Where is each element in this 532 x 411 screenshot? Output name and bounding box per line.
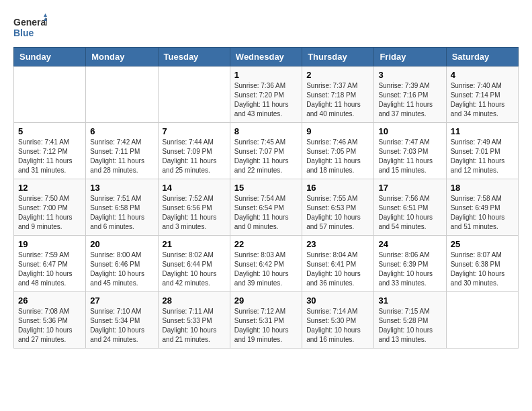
logo-svg: General Blue bbox=[13, 13, 47, 40]
day-number: 27 bbox=[90, 295, 153, 306]
day-number: 4 bbox=[451, 70, 514, 80]
day-cell: 5Sunrise: 7:41 AM Sunset: 7:12 PM Daylig… bbox=[14, 123, 86, 179]
day-info: Sunrise: 7:51 AM Sunset: 6:58 PM Dayligh… bbox=[90, 194, 153, 232]
week-row-5: 26Sunrise: 7:08 AM Sunset: 5:36 PM Dayli… bbox=[14, 292, 519, 349]
day-cell: 15Sunrise: 7:54 AM Sunset: 6:54 PM Dayli… bbox=[230, 179, 302, 236]
day-cell: 22Sunrise: 8:03 AM Sunset: 6:42 PM Dayli… bbox=[230, 236, 302, 292]
day-info: Sunrise: 7:12 AM Sunset: 5:31 PM Dayligh… bbox=[234, 307, 298, 345]
day-cell: 31Sunrise: 7:15 AM Sunset: 5:28 PM Dayli… bbox=[374, 292, 446, 349]
day-cell: 21Sunrise: 8:02 AM Sunset: 6:44 PM Dayli… bbox=[158, 236, 230, 292]
day-number: 29 bbox=[234, 295, 298, 306]
day-number: 31 bbox=[378, 295, 441, 306]
day-cell: 27Sunrise: 7:10 AM Sunset: 5:34 PM Dayli… bbox=[86, 292, 158, 349]
day-cell: 8Sunrise: 7:45 AM Sunset: 7:07 PM Daylig… bbox=[230, 123, 302, 179]
day-number: 23 bbox=[306, 239, 369, 249]
day-info: Sunrise: 8:03 AM Sunset: 6:42 PM Dayligh… bbox=[234, 250, 298, 288]
day-cell: 1Sunrise: 7:36 AM Sunset: 7:20 PM Daylig… bbox=[230, 66, 302, 123]
day-cell bbox=[158, 66, 230, 123]
day-info: Sunrise: 7:52 AM Sunset: 6:56 PM Dayligh… bbox=[163, 194, 226, 232]
day-number: 10 bbox=[378, 126, 441, 136]
day-info: Sunrise: 7:50 AM Sunset: 7:00 PM Dayligh… bbox=[18, 194, 81, 232]
logo: General Blue bbox=[13, 13, 47, 40]
week-row-4: 19Sunrise: 7:59 AM Sunset: 6:47 PM Dayli… bbox=[14, 236, 519, 292]
day-info: Sunrise: 7:42 AM Sunset: 7:11 PM Dayligh… bbox=[90, 138, 153, 175]
day-number: 17 bbox=[378, 183, 441, 193]
day-cell: 12Sunrise: 7:50 AM Sunset: 7:00 PM Dayli… bbox=[14, 179, 86, 236]
day-info: Sunrise: 7:44 AM Sunset: 7:09 PM Dayligh… bbox=[163, 138, 226, 175]
svg-marker-2 bbox=[44, 13, 47, 17]
day-number: 3 bbox=[378, 70, 441, 80]
day-info: Sunrise: 8:07 AM Sunset: 6:38 PM Dayligh… bbox=[451, 250, 514, 288]
day-number: 14 bbox=[163, 183, 226, 193]
day-info: Sunrise: 7:59 AM Sunset: 6:47 PM Dayligh… bbox=[18, 250, 81, 288]
column-header-friday: Friday bbox=[374, 48, 446, 66]
day-cell: 9Sunrise: 7:46 AM Sunset: 7:05 PM Daylig… bbox=[302, 123, 374, 179]
day-cell: 10Sunrise: 7:47 AM Sunset: 7:03 PM Dayli… bbox=[374, 123, 446, 179]
day-info: Sunrise: 7:36 AM Sunset: 7:20 PM Dayligh… bbox=[234, 81, 298, 119]
day-number: 30 bbox=[306, 295, 369, 306]
day-info: Sunrise: 7:55 AM Sunset: 6:53 PM Dayligh… bbox=[306, 194, 369, 232]
svg-text:General: General bbox=[13, 17, 47, 28]
day-cell: 14Sunrise: 7:52 AM Sunset: 6:56 PM Dayli… bbox=[158, 179, 230, 236]
day-cell: 28Sunrise: 7:11 AM Sunset: 5:33 PM Dayli… bbox=[158, 292, 230, 349]
day-number: 11 bbox=[451, 126, 514, 136]
day-cell: 20Sunrise: 8:00 AM Sunset: 6:46 PM Dayli… bbox=[86, 236, 158, 292]
day-cell: 7Sunrise: 7:44 AM Sunset: 7:09 PM Daylig… bbox=[158, 123, 230, 179]
day-number: 20 bbox=[90, 239, 153, 249]
column-header-thursday: Thursday bbox=[302, 48, 374, 66]
day-info: Sunrise: 7:41 AM Sunset: 7:12 PM Dayligh… bbox=[18, 138, 81, 175]
day-cell bbox=[446, 292, 518, 349]
column-header-saturday: Saturday bbox=[446, 48, 518, 66]
calendar-body: 1Sunrise: 7:36 AM Sunset: 7:20 PM Daylig… bbox=[14, 66, 519, 349]
day-number: 2 bbox=[306, 70, 369, 80]
day-info: Sunrise: 8:02 AM Sunset: 6:44 PM Dayligh… bbox=[163, 250, 226, 288]
day-number: 13 bbox=[90, 183, 153, 193]
day-number: 19 bbox=[18, 239, 81, 249]
day-number: 25 bbox=[451, 239, 514, 249]
day-info: Sunrise: 7:14 AM Sunset: 5:30 PM Dayligh… bbox=[306, 307, 369, 345]
day-info: Sunrise: 7:10 AM Sunset: 5:34 PM Dayligh… bbox=[90, 307, 153, 345]
day-cell: 24Sunrise: 8:06 AM Sunset: 6:39 PM Dayli… bbox=[374, 236, 446, 292]
day-cell: 23Sunrise: 8:04 AM Sunset: 6:41 PM Dayli… bbox=[302, 236, 374, 292]
day-info: Sunrise: 7:39 AM Sunset: 7:16 PM Dayligh… bbox=[378, 81, 441, 119]
header-row: SundayMondayTuesdayWednesdayThursdayFrid… bbox=[14, 48, 519, 66]
day-info: Sunrise: 8:04 AM Sunset: 6:41 PM Dayligh… bbox=[306, 250, 369, 288]
day-cell: 11Sunrise: 7:49 AM Sunset: 7:01 PM Dayli… bbox=[446, 123, 518, 179]
day-number: 7 bbox=[163, 126, 226, 136]
day-info: Sunrise: 7:47 AM Sunset: 7:03 PM Dayligh… bbox=[378, 138, 441, 175]
day-number: 9 bbox=[306, 126, 369, 136]
day-cell: 17Sunrise: 7:56 AM Sunset: 6:51 PM Dayli… bbox=[374, 179, 446, 236]
day-info: Sunrise: 7:08 AM Sunset: 5:36 PM Dayligh… bbox=[18, 307, 81, 345]
day-number: 1 bbox=[234, 70, 298, 80]
day-info: Sunrise: 7:40 AM Sunset: 7:14 PM Dayligh… bbox=[451, 81, 514, 119]
day-info: Sunrise: 7:58 AM Sunset: 6:49 PM Dayligh… bbox=[451, 194, 514, 232]
day-cell: 2Sunrise: 7:37 AM Sunset: 7:18 PM Daylig… bbox=[302, 66, 374, 123]
day-number: 24 bbox=[378, 239, 441, 249]
day-number: 8 bbox=[234, 126, 298, 136]
day-cell bbox=[86, 66, 158, 123]
day-cell bbox=[14, 66, 86, 123]
day-info: Sunrise: 7:11 AM Sunset: 5:33 PM Dayligh… bbox=[163, 307, 226, 345]
week-row-3: 12Sunrise: 7:50 AM Sunset: 7:00 PM Dayli… bbox=[14, 179, 519, 236]
day-cell: 18Sunrise: 7:58 AM Sunset: 6:49 PM Dayli… bbox=[446, 179, 518, 236]
day-info: Sunrise: 7:37 AM Sunset: 7:18 PM Dayligh… bbox=[306, 81, 369, 119]
week-row-1: 1Sunrise: 7:36 AM Sunset: 7:20 PM Daylig… bbox=[14, 66, 519, 123]
calendar-header: SundayMondayTuesdayWednesdayThursdayFrid… bbox=[14, 48, 519, 66]
day-cell: 30Sunrise: 7:14 AM Sunset: 5:30 PM Dayli… bbox=[302, 292, 374, 349]
day-cell: 29Sunrise: 7:12 AM Sunset: 5:31 PM Dayli… bbox=[230, 292, 302, 349]
day-info: Sunrise: 7:49 AM Sunset: 7:01 PM Dayligh… bbox=[451, 138, 514, 175]
day-cell: 3Sunrise: 7:39 AM Sunset: 7:16 PM Daylig… bbox=[374, 66, 446, 123]
day-number: 18 bbox=[451, 183, 514, 193]
day-info: Sunrise: 7:54 AM Sunset: 6:54 PM Dayligh… bbox=[234, 194, 298, 232]
day-cell: 26Sunrise: 7:08 AM Sunset: 5:36 PM Dayli… bbox=[14, 292, 86, 349]
column-header-tuesday: Tuesday bbox=[158, 48, 230, 66]
day-number: 28 bbox=[163, 295, 226, 306]
day-info: Sunrise: 8:00 AM Sunset: 6:46 PM Dayligh… bbox=[90, 250, 153, 288]
day-cell: 16Sunrise: 7:55 AM Sunset: 6:53 PM Dayli… bbox=[302, 179, 374, 236]
day-cell: 25Sunrise: 8:07 AM Sunset: 6:38 PM Dayli… bbox=[446, 236, 518, 292]
day-info: Sunrise: 7:45 AM Sunset: 7:07 PM Dayligh… bbox=[234, 138, 298, 175]
day-number: 6 bbox=[90, 126, 153, 136]
calendar-table: SundayMondayTuesdayWednesdayThursdayFrid… bbox=[13, 47, 519, 349]
day-info: Sunrise: 8:06 AM Sunset: 6:39 PM Dayligh… bbox=[378, 250, 441, 288]
day-cell: 6Sunrise: 7:42 AM Sunset: 7:11 PM Daylig… bbox=[86, 123, 158, 179]
